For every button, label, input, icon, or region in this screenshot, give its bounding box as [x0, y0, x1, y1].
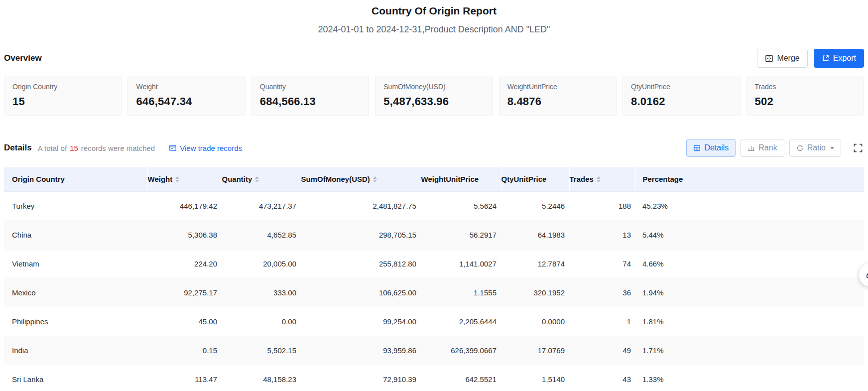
column-header-weight-unit-price: WeightUnitPrice: [421, 167, 501, 191]
expand-icon: [853, 143, 863, 153]
table-row: Vietnam 224.20 20,005.00 255,812.80 1,14…: [4, 249, 864, 278]
column-header-sum-of-money[interactable]: SumOfMoney(USD): [301, 167, 421, 191]
cell-quantity: 473,217.37: [222, 191, 301, 220]
details-bar: Details A total of 15 records were match…: [4, 139, 864, 157]
cell-sum-of-money: 72,910.39: [301, 365, 421, 391]
column-header-percentage: Percentage: [635, 167, 864, 191]
column-header-label: QtyUnitPrice: [501, 175, 547, 183]
stat-value: 8.0162: [631, 95, 732, 108]
stat-card-weight-unit-price: WeightUnitPrice 8.4876: [499, 76, 617, 116]
cell-sum-of-money: 106,625.00: [301, 278, 421, 307]
view-trade-records-link[interactable]: View trade records: [169, 144, 242, 152]
cell-weight: 5,306.38: [147, 220, 222, 249]
cell-weight: 0.15: [147, 336, 222, 365]
stat-label: Trades: [755, 83, 856, 91]
cell-qty-unit-price: 1.5140: [501, 365, 569, 391]
merge-button[interactable]: Merge: [757, 49, 807, 68]
cell-trades: 74: [569, 249, 635, 278]
cell-percentage: 4.66%: [635, 249, 864, 278]
cell-qty-unit-price: 12.7874: [501, 249, 569, 278]
column-header-quantity[interactable]: Quantity: [222, 167, 301, 191]
cell-weight-unit-price: 5.5624: [421, 191, 501, 220]
cell-weight: 224.20: [147, 249, 222, 278]
chevron-down-icon: [830, 147, 834, 149]
stat-card-trades: Trades 502: [746, 76, 864, 116]
report-page: Country Of Origin Report 2024-01-01 to 2…: [0, 0, 868, 391]
cell-percentage: 5.44%: [635, 220, 864, 249]
cell-quantity: 0.00: [222, 307, 301, 336]
cell-percentage: 1.33%: [635, 365, 864, 391]
origin-country-table: Origin Country Weight Quantity: [4, 167, 864, 391]
table-header-row: Origin Country Weight Quantity: [4, 167, 864, 191]
cell-percentage: 45.23%: [635, 191, 864, 220]
cell-origin-country: India: [4, 336, 147, 365]
cell-sum-of-money: 298,705.15: [301, 220, 421, 249]
column-header-label: Weight: [148, 175, 173, 183]
sort-carets-icon[interactable]: [373, 176, 377, 182]
cell-trades: 13: [569, 220, 635, 249]
matched-summary: A total of 15 records were matched: [38, 144, 155, 152]
cell-sum-of-money: 93,959.86: [301, 336, 421, 365]
cell-origin-country: Mexico: [4, 278, 147, 307]
stat-label: QtyUnitPrice: [631, 83, 732, 91]
cell-quantity: 4,652.85: [222, 220, 301, 249]
table-row: China 5,306.38 4,652.85 298,705.15 56.29…: [4, 220, 864, 249]
sort-carets-icon[interactable]: [597, 176, 601, 182]
stat-label: SumOfMoney(USD): [383, 83, 484, 91]
cell-weight: 92,275.17: [147, 278, 222, 307]
column-header-label: Origin Country: [12, 175, 65, 183]
stat-card-sum-of-money: SumOfMoney(USD) 5,487,633.96: [375, 76, 493, 116]
stat-value: 646,547.34: [136, 95, 237, 108]
export-button[interactable]: Export: [814, 49, 864, 68]
cell-quantity: 5,502.15: [222, 336, 301, 365]
export-button-label: Export: [833, 54, 856, 63]
stat-card-quantity: Quantity 684,566.13: [251, 76, 369, 116]
table-row: Mexico 92,275.17 333.00 106,625.00 1.155…: [4, 278, 864, 307]
matched-count: 15: [70, 144, 78, 152]
page-subtitle: 2024-01-01 to 2024-12-31,Product Descrip…: [4, 24, 864, 35]
cell-weight-unit-price: 56.2917: [421, 220, 501, 249]
rank-view-button[interactable]: Rank: [741, 139, 784, 157]
sort-carets-icon[interactable]: [255, 176, 259, 182]
stat-value: 502: [755, 95, 856, 108]
cell-weight-unit-price: 1,141.0027: [421, 249, 501, 278]
cell-trades: 1: [569, 307, 635, 336]
cell-quantity: 48,158.23: [222, 365, 301, 391]
rank-icon: [747, 144, 755, 152]
cell-weight-unit-price: 2,205.6444: [421, 307, 501, 336]
column-header-weight[interactable]: Weight: [147, 167, 222, 191]
ratio-sync-icon: [796, 144, 804, 152]
cell-weight-unit-price: 1.1555: [421, 278, 501, 307]
overview-stats-row: Origin Country 15 Weight 646,547.34 Quan…: [4, 76, 864, 116]
matched-suffix: records were matched: [81, 144, 155, 152]
column-header-origin-country: Origin Country: [4, 167, 147, 191]
sort-carets-icon[interactable]: [175, 176, 179, 182]
table-row: India 0.15 5,502.15 93,959.86 626,399.06…: [4, 336, 864, 365]
stat-label: WeightUnitPrice: [507, 83, 608, 91]
export-icon: [822, 54, 830, 62]
stat-value: 5,487,633.96: [383, 95, 484, 108]
stat-card-qty-unit-price: QtyUnitPrice 8.0162: [622, 76, 740, 116]
view-trade-records-label: View trade records: [180, 144, 242, 152]
cell-trades: 43: [569, 365, 635, 391]
details-section-title: Details: [4, 143, 32, 153]
cell-percentage: 1.94%: [635, 278, 864, 307]
cell-qty-unit-price: 0.0000: [501, 307, 569, 336]
stat-label: Quantity: [260, 83, 361, 91]
column-header-trades[interactable]: Trades: [569, 167, 635, 191]
cell-quantity: 20,005.00: [222, 249, 301, 278]
cell-trades: 36: [569, 278, 635, 307]
cell-origin-country: Sri Lanka: [4, 365, 147, 391]
ratio-view-button[interactable]: Ratio: [789, 139, 841, 157]
column-header-label: Trades: [570, 175, 594, 183]
table-grid-icon: [693, 144, 701, 152]
stat-card-weight: Weight 646,547.34: [127, 76, 245, 116]
merge-button-label: Merge: [777, 54, 799, 63]
column-header-label: WeightUnitPrice: [421, 175, 479, 183]
stat-value: 8.4876: [507, 95, 608, 108]
ratio-view-label: Ratio: [807, 143, 826, 152]
column-header-label: Quantity: [222, 175, 252, 183]
cell-quantity: 333.00: [222, 278, 301, 307]
fullscreen-button[interactable]: [852, 142, 864, 154]
details-view-button[interactable]: Details: [686, 139, 736, 157]
